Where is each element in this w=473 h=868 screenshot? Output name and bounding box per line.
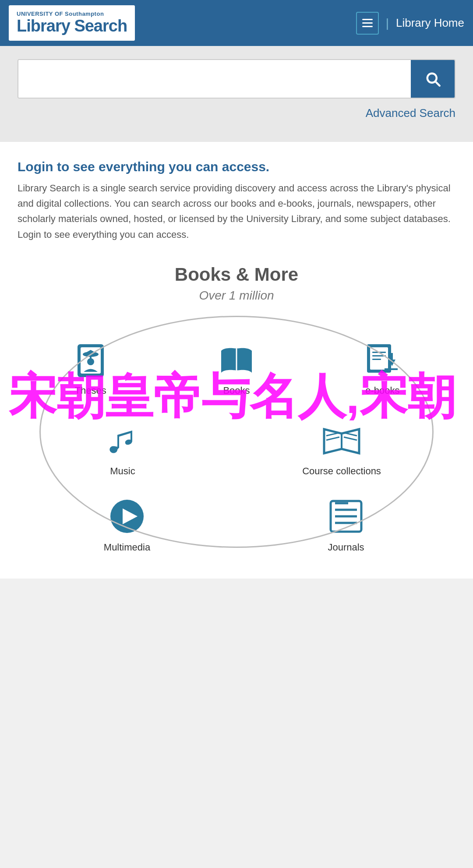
journals-label: Journals xyxy=(328,542,364,553)
oval-container: Theses Books xyxy=(18,316,455,561)
main-wrapper: 宋朝皇帝与名人,宋朝 Login to see everything you c… xyxy=(0,142,473,579)
books-title: Books & More xyxy=(18,264,455,285)
hamburger-icon xyxy=(362,19,373,27)
separator: | xyxy=(386,16,389,30)
search-input[interactable] xyxy=(18,60,411,98)
svg-rect-10 xyxy=(391,353,393,360)
library-home-link[interactable]: Library Home xyxy=(396,16,464,30)
search-section: Advanced Search xyxy=(0,46,473,142)
logo: UNIVERSITY OF Southampton Library Search xyxy=(9,5,135,41)
advanced-search-link[interactable]: Advanced Search xyxy=(18,106,455,120)
main-content: Login to see everything you can access. … xyxy=(0,142,473,579)
menu-button[interactable] xyxy=(356,12,379,35)
multimedia-label: Multimedia xyxy=(104,542,150,553)
oval-background xyxy=(39,316,434,548)
search-bar xyxy=(18,59,455,99)
header-right: | Library Home xyxy=(356,12,464,35)
books-subtitle: Over 1 million xyxy=(18,289,455,303)
search-button[interactable] xyxy=(411,60,455,98)
books-section: Books & More Over 1 million xyxy=(18,255,455,570)
university-name: UNIVERSITY OF Southampton xyxy=(17,11,127,17)
login-section: Login to see everything you can access. … xyxy=(18,159,455,242)
header: UNIVERSITY OF Southampton Library Search… xyxy=(0,0,473,46)
library-name: Library Search xyxy=(17,17,127,35)
search-icon xyxy=(424,70,442,88)
login-title: Login to see everything you can access. xyxy=(18,159,455,174)
login-text: Library Search is a single search servic… xyxy=(18,180,455,242)
